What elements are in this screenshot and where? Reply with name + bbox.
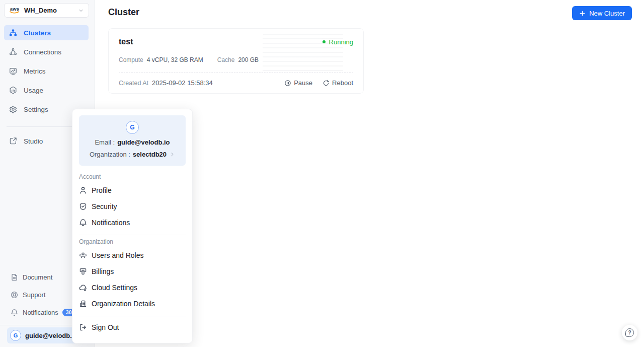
clusters-icon (9, 29, 17, 37)
menu-item-label: Organization Details (92, 300, 155, 308)
sidebar-item-label: Connections (24, 48, 61, 56)
avatar: G (126, 121, 139, 134)
workspace-selector[interactable]: aws WH_Demo (4, 3, 89, 18)
menu-item-label: Security (92, 202, 117, 211)
page-title: Cluster (108, 6, 139, 18)
menu-item-label: Billings (92, 267, 114, 275)
sidebar-item-label: Studio (24, 137, 43, 145)
users-group-icon (79, 251, 87, 259)
email-label: Email : (95, 138, 115, 146)
external-link-icon (9, 137, 17, 145)
refresh-icon (323, 80, 330, 87)
cache-label: Cache (217, 56, 235, 63)
created-at-value: 2025-09-02 15:58:34 (152, 79, 213, 87)
sidebar-item-label: Metrics (24, 67, 46, 75)
menu-item-label: Sign Out (92, 323, 119, 331)
created-at-label: Created At (119, 80, 148, 87)
cloud-settings-icon (79, 284, 87, 292)
menu-item-organization-details[interactable]: Organization Details (79, 296, 186, 312)
organization-value: selectdb20 (133, 151, 167, 158)
new-cluster-button[interactable]: New Cluster (572, 6, 632, 20)
help-icon: ? (625, 328, 634, 337)
aws-logo-icon: aws (9, 7, 20, 14)
chevron-right-icon (170, 152, 175, 157)
sidebar-item-metrics[interactable]: Metrics (4, 63, 89, 79)
cluster-name[interactable]: test (119, 37, 133, 46)
menu-item-billings[interactable]: Billings (79, 263, 186, 280)
status-dot-icon (323, 40, 326, 43)
reboot-label: Reboot (332, 79, 353, 87)
footer-item-label: Support (23, 291, 46, 299)
plus-icon (579, 10, 586, 17)
footer-item-label: Notifications (23, 309, 58, 316)
menu-divider (79, 235, 186, 235)
support-icon (11, 291, 18, 299)
email-row: Email : guide@velodb.io (95, 138, 170, 146)
document-icon (11, 273, 18, 281)
sidebar-item-label: Settings (24, 106, 48, 113)
person-icon (79, 186, 87, 194)
sidebar-item-usage[interactable]: Usage (4, 83, 89, 98)
menu-item-profile[interactable]: Profile (79, 182, 186, 198)
menu-item-security[interactable]: Security (79, 198, 186, 215)
pause-circle-icon (284, 80, 291, 87)
cluster-card[interactable]: test Running Compute 4 vCPU, 32 GB RAM C… (108, 28, 364, 94)
workspace-name: WH_Demo (24, 7, 78, 14)
account-section-label: Account (79, 173, 186, 180)
pause-button[interactable]: Pause (284, 79, 312, 87)
created-at: Created At 2025-09-02 15:58:34 (119, 79, 213, 87)
sidebar-item-label: Usage (24, 87, 43, 94)
connections-icon (9, 48, 17, 56)
settings-icon (9, 105, 17, 113)
reboot-button[interactable]: Reboot (323, 79, 353, 87)
organization-label: Organization : (90, 151, 130, 158)
shield-check-icon (79, 202, 87, 211)
menu-divider (79, 316, 186, 316)
user-email: guide@velodb.io (25, 332, 77, 339)
organization-row[interactable]: Organization : selectdb20 (90, 151, 175, 158)
billing-icon (79, 267, 87, 275)
status-label: Running (329, 38, 353, 46)
aws-logo-text: aws (10, 7, 20, 11)
cluster-status: Running (323, 38, 353, 46)
organization-section-label: Organization (79, 238, 186, 245)
sidebar-item-label: Clusters (24, 29, 51, 37)
menu-item-sign-out[interactable]: Sign Out (79, 319, 186, 335)
chevron-down-icon (78, 8, 84, 14)
metrics-icon (9, 67, 17, 75)
sign-out-icon (79, 323, 87, 331)
user-account-menu: G Email : guide@velodb.io Organization :… (72, 109, 193, 343)
new-cluster-label: New Cluster (589, 10, 625, 17)
bell-icon (79, 219, 87, 227)
building-icon (79, 300, 87, 308)
sidebar-item-clusters[interactable]: Clusters (4, 25, 89, 40)
cluster-specs: Compute 4 vCPU, 32 GB RAM Cache 200 GB (119, 56, 353, 63)
bell-icon (11, 309, 18, 316)
compute-value: 4 vCPU, 32 GB RAM (147, 56, 203, 63)
cache-value: 200 GB (238, 56, 259, 63)
avatar: G (10, 330, 21, 341)
menu-item-label: Profile (92, 186, 112, 194)
help-button[interactable]: ? (622, 325, 637, 340)
menu-item-cloud-settings[interactable]: Cloud Settings (79, 280, 186, 296)
menu-item-label: Users and Roles (92, 251, 144, 259)
menu-item-label: Notifications (92, 219, 130, 227)
menu-item-users-and-roles[interactable]: Users and Roles (79, 247, 186, 263)
email-value: guide@velodb.io (117, 138, 170, 146)
usage-icon (9, 86, 17, 94)
user-menu-header: G Email : guide@velodb.io Organization :… (79, 115, 186, 166)
menu-item-notifications[interactable]: Notifications (79, 215, 186, 231)
sidebar-item-connections[interactable]: Connections (4, 44, 89, 59)
pause-label: Pause (294, 79, 312, 87)
compute-label: Compute (119, 56, 143, 63)
main-header: Cluster New Cluster (96, 0, 644, 20)
menu-item-label: Cloud Settings (92, 284, 137, 292)
footer-item-label: Document (23, 273, 52, 281)
